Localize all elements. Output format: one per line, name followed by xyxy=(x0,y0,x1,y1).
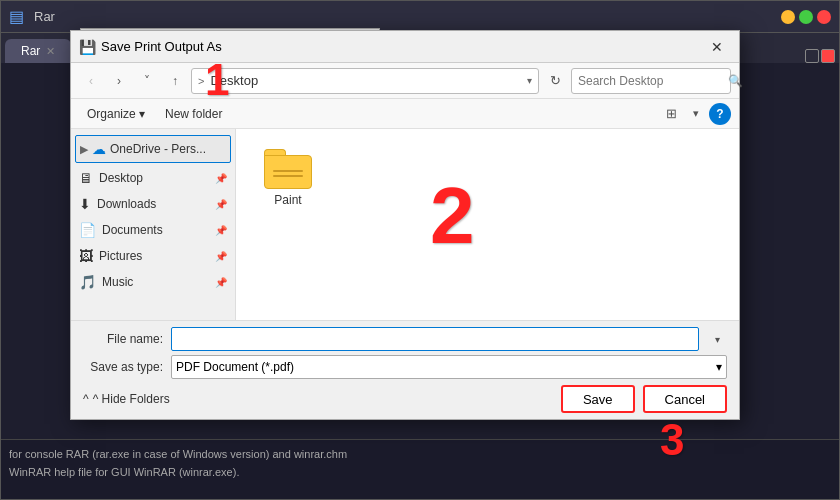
nav-breadcrumb-separator: > xyxy=(198,75,204,87)
nav-refresh-icon: ↻ xyxy=(550,73,561,88)
sidebar-documents-label: Documents xyxy=(102,223,163,237)
toolbar-help-btn[interactable]: ? xyxy=(709,103,731,125)
rar-window-close-btn[interactable] xyxy=(821,49,835,63)
toolbar-view-dropdown-btn[interactable]: ▾ xyxy=(687,107,705,120)
nav-dropdown-icon: ˅ xyxy=(144,74,150,88)
rar-footer-line1: for console RAR (rar.exe in case of Wind… xyxy=(9,446,831,464)
dialog-bottom: File name: ▾ Save as type: PDF Document … xyxy=(71,320,739,419)
hide-folders-icon: ^ xyxy=(83,392,89,406)
pictures-icon: 🖼 xyxy=(79,248,93,264)
rar-window-title: Rar xyxy=(34,9,781,24)
organize-btn[interactable]: Organize ▾ xyxy=(79,103,153,125)
cancel-button[interactable]: Cancel xyxy=(643,385,727,413)
rar-restore-btn[interactable] xyxy=(805,49,819,63)
filetype-row: Save as type: PDF Document (*.pdf) ▾ xyxy=(83,355,727,379)
documents-pin-icon: 📌 xyxy=(215,225,227,236)
new-folder-btn[interactable]: New folder xyxy=(157,103,230,125)
downloads-icon: ⬇ xyxy=(79,196,91,212)
dialog-toolbar: Organize ▾ New folder ⊞ ▾ ? xyxy=(71,99,739,129)
nav-up-btn[interactable]: ↑ xyxy=(163,69,187,93)
dialog-actions: ^ ^ Hide Folders Save Cancel xyxy=(83,385,727,413)
filetype-value: PDF Document (*.pdf) xyxy=(176,360,294,374)
pictures-pin-icon: 📌 xyxy=(215,251,227,262)
nav-back-icon: ‹ xyxy=(89,74,93,88)
dialog-close-btn[interactable]: ✕ xyxy=(703,33,731,61)
dialog-content: ▶ ☁ OneDrive - Pers... 🖥 Desktop 📌 ⬇ Dow… xyxy=(71,129,739,320)
nav-refresh-btn[interactable]: ↻ xyxy=(543,69,567,93)
sidebar-onedrive-label: OneDrive - Pers... xyxy=(110,142,206,156)
save-button[interactable]: Save xyxy=(561,385,635,413)
music-pin-icon: 📌 xyxy=(215,277,227,288)
rar-footer-line2: WinRAR help file for GUI WinRAR (winrar.… xyxy=(9,464,831,482)
dialog-nav: ‹ › ˅ ↑ > Desktop ▾ ↻ 🔍 xyxy=(71,63,739,99)
new-folder-label: New folder xyxy=(165,107,222,121)
save-dialog: 💾 Save Print Output As ✕ ‹ › ˅ ↑ > Deskt… xyxy=(70,30,740,420)
sidebar-item-downloads[interactable]: ⬇ Downloads 📌 xyxy=(71,191,235,217)
onedrive-icon: ☁ xyxy=(92,141,106,157)
filename-input[interactable] xyxy=(171,327,699,351)
folder-line-1 xyxy=(273,170,303,172)
sidebar-item-music[interactable]: 🎵 Music 📌 xyxy=(71,269,235,295)
rar-maximize-btn[interactable] xyxy=(799,10,813,24)
sidebar-downloads-label: Downloads xyxy=(97,197,156,211)
rar-tab-label: Rar xyxy=(21,44,40,58)
rar-tab-rar[interactable]: Rar ✕ xyxy=(5,39,71,63)
nav-search-icon: 🔍 xyxy=(728,74,743,88)
dialog-buttons: Save Cancel xyxy=(561,385,727,413)
view-icon: ⊞ xyxy=(666,106,677,121)
nav-forward-icon: › xyxy=(117,74,121,88)
downloads-pin-icon: 📌 xyxy=(215,199,227,210)
file-paint-label: Paint xyxy=(274,193,301,207)
filename-row: File name: ▾ xyxy=(83,327,727,351)
folder-line-2 xyxy=(273,175,303,177)
nav-location-dropdown-icon[interactable]: ▾ xyxy=(527,75,532,86)
nav-back-btn[interactable]: ‹ xyxy=(79,69,103,93)
dialog-title-icon: 💾 xyxy=(79,39,95,55)
file-item-paint[interactable]: Paint xyxy=(248,141,328,215)
hide-folders-btn[interactable]: ^ ^ Hide Folders xyxy=(83,392,170,406)
nav-location-bar[interactable]: > Desktop ▾ xyxy=(191,68,539,94)
dialog-title-text: Save Print Output As xyxy=(101,39,703,54)
sidebar-item-desktop[interactable]: 🖥 Desktop 📌 xyxy=(71,165,235,191)
rar-close-btn[interactable] xyxy=(817,10,831,24)
hide-folders-label: ^ Hide Folders xyxy=(93,392,170,406)
dialog-fields: File name: ▾ Save as type: PDF Document … xyxy=(83,327,727,379)
documents-icon: 📄 xyxy=(79,222,96,238)
nav-up-icon: ↑ xyxy=(172,74,178,88)
music-icon: 🎵 xyxy=(79,274,96,290)
nav-forward-btn[interactable]: › xyxy=(107,69,131,93)
nav-location-text: Desktop xyxy=(210,73,527,88)
dialog-titlebar: 💾 Save Print Output As ✕ xyxy=(71,31,739,63)
nav-dropdown-btn[interactable]: ˅ xyxy=(135,69,159,93)
filename-label: File name: xyxy=(83,332,163,346)
folder-icon xyxy=(264,149,312,189)
dialog-files-area: Paint xyxy=(236,129,739,320)
organize-label: Organize ▾ xyxy=(87,107,145,121)
sidebar-desktop-label: Desktop xyxy=(99,171,143,185)
rar-tab-close-icon[interactable]: ✕ xyxy=(46,45,55,58)
desktop-icon: 🖥 xyxy=(79,170,93,186)
sidebar-onedrive-item[interactable]: ▶ ☁ OneDrive - Pers... xyxy=(75,135,231,163)
filename-dropdown-btn[interactable]: ▾ xyxy=(707,334,727,345)
sidebar-pictures-label: Pictures xyxy=(99,249,142,263)
sidebar-expand-icon: ▶ xyxy=(80,143,88,156)
nav-search-box: 🔍 xyxy=(571,68,731,94)
filetype-select[interactable]: PDF Document (*.pdf) ▾ xyxy=(171,355,727,379)
rar-window-icon: ▤ xyxy=(9,7,24,26)
sidebar-item-documents[interactable]: 📄 Documents 📌 xyxy=(71,217,235,243)
filetype-label: Save as type: xyxy=(83,360,163,374)
filetype-dropdown-icon: ▾ xyxy=(716,360,722,374)
desktop-pin-icon: 📌 xyxy=(215,173,227,184)
rar-footer: for console RAR (rar.exe in case of Wind… xyxy=(1,439,839,499)
toolbar-view-btn[interactable]: ⊞ xyxy=(659,103,683,125)
sidebar-music-label: Music xyxy=(102,275,133,289)
nav-search-input[interactable] xyxy=(578,74,728,88)
rar-minimize-btn[interactable] xyxy=(781,10,795,24)
folder-lines xyxy=(273,170,303,180)
dialog-sidebar: ▶ ☁ OneDrive - Pers... 🖥 Desktop 📌 ⬇ Dow… xyxy=(71,129,236,320)
folder-body xyxy=(264,155,312,189)
sidebar-item-pictures[interactable]: 🖼 Pictures 📌 xyxy=(71,243,235,269)
